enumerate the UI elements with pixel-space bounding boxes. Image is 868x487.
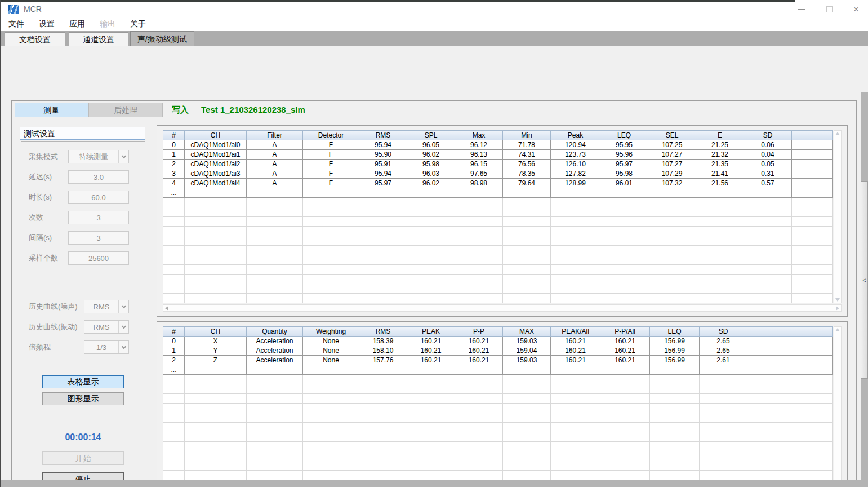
table-cell (303, 255, 359, 265)
field-dropdown[interactable]: RMS (84, 320, 129, 334)
table-cell: 96.05 (407, 140, 455, 150)
table-cell (744, 198, 792, 207)
table-cell (503, 246, 551, 255)
field-label: 采样个数 (29, 253, 68, 263)
table-cell (700, 423, 747, 432)
table-cell (247, 236, 303, 246)
table-cell (792, 217, 833, 227)
column-header: Quantity (247, 327, 303, 337)
field-dropdown[interactable]: 1/3 (84, 340, 129, 354)
measure-mode-button[interactable]: 测量 (15, 103, 88, 117)
table-cell (185, 294, 247, 303)
table-cell (503, 284, 551, 294)
table-row: 3cDAQ1Mod1/ai3AF95.9496.0397.6578.35127.… (163, 169, 833, 179)
sound-table-hscrollbar[interactable] (163, 304, 842, 312)
menu-item-settings[interactable]: 设置 (39, 19, 55, 29)
table-cell (696, 275, 744, 284)
table-cell (551, 451, 600, 461)
table-cell (247, 413, 303, 423)
empty-row (163, 294, 833, 303)
table-cell: 159.03 (503, 337, 551, 346)
table-row: 0XAccelerationNone158.39160.21160.21159.… (163, 337, 833, 346)
tab-channel-settings[interactable]: 通道设置 (69, 32, 128, 46)
table-cell (792, 140, 833, 150)
table-cell (600, 217, 648, 227)
minimize-button[interactable] (789, 0, 814, 18)
table-cell (407, 265, 455, 275)
table-cell: 0.04 (744, 150, 792, 160)
table-cell: 95.98 (600, 169, 648, 179)
table-cell (747, 356, 833, 365)
table-cell (503, 471, 551, 480)
table-cell (747, 423, 833, 432)
field-input[interactable]: 60.0 (68, 191, 129, 204)
table-cell (503, 451, 551, 461)
dropdown-box (118, 321, 128, 333)
table-cell (163, 255, 185, 265)
menu-item-application[interactable]: 应用 (69, 19, 85, 29)
table-cell (455, 255, 503, 265)
menu-item-output[interactable]: 输出 (100, 19, 115, 29)
table-cell: 95.98 (407, 160, 455, 169)
table-cell: 107.27 (648, 160, 696, 169)
field-input[interactable]: 25600 (68, 251, 129, 265)
menu-item-about[interactable]: 关于 (130, 19, 146, 29)
field-dropdown[interactable]: RMS (84, 300, 129, 313)
tab-document-settings[interactable]: 文档设置 (5, 32, 65, 46)
ellipsis-cell: ... (163, 188, 185, 198)
table-cell (163, 294, 185, 303)
table-cell: cDAQ1Mod1/ai1 (185, 150, 247, 160)
table-cell (696, 255, 744, 265)
empty-row (163, 246, 833, 255)
field-input[interactable]: 3.0 (68, 170, 129, 184)
table-cell (303, 394, 359, 404)
table-display-button[interactable]: 表格显示 (42, 375, 124, 388)
maximize-icon (826, 6, 833, 12)
table-cell (648, 188, 696, 198)
table-cell: 79.64 (503, 179, 551, 188)
table-cell (407, 432, 455, 442)
table-cell (455, 236, 503, 246)
field-input[interactable]: 3 (68, 211, 129, 224)
vibration-table-vscrollbar[interactable] (834, 326, 842, 487)
table-cell (455, 432, 503, 442)
postprocess-mode-button[interactable]: 后处理 (88, 103, 163, 117)
tab-sound-vibration-test[interactable]: 声/振动级测试 (130, 31, 194, 46)
table-cell (700, 365, 747, 375)
graph-display-button[interactable]: 图形显示 (42, 392, 124, 405)
table-cell (185, 471, 247, 480)
vibration-table-panel: #CHQuantityWeightingRMSPEAKP-PMAXPEAK/Al… (157, 321, 848, 487)
empty-row (163, 265, 833, 275)
table-cell (407, 188, 455, 198)
table-cell (650, 423, 700, 432)
table-cell (503, 423, 551, 432)
field-input[interactable]: 3 (68, 231, 129, 245)
menu-item-file[interactable]: 文件 (8, 19, 24, 29)
table-cell: 156.99 (650, 337, 700, 346)
table-cell (185, 451, 247, 461)
side-collapse-button[interactable]: < (861, 181, 868, 379)
table-cell (163, 461, 185, 471)
start-button[interactable]: 开始 (42, 451, 124, 465)
table-cell (747, 451, 833, 461)
field-dropdown[interactable]: 持续测量 (68, 150, 129, 163)
table-cell (407, 236, 455, 246)
column-header: PEAK (407, 327, 455, 337)
table-cell (163, 207, 185, 217)
table-cell (185, 265, 247, 275)
table-cell (247, 375, 303, 384)
empty-row (163, 375, 833, 384)
table-cell (455, 207, 503, 217)
table-cell (503, 188, 551, 198)
sound-table-vscrollbar[interactable] (834, 130, 842, 303)
table-cell (303, 188, 359, 198)
table-cell (163, 394, 185, 404)
table-cell (792, 179, 833, 188)
table-cell: 107.27 (648, 150, 696, 160)
table-cell: 96.01 (600, 179, 648, 188)
table-cell: 76.56 (503, 160, 551, 169)
table-cell (696, 217, 744, 227)
maximize-button[interactable] (816, 0, 842, 18)
close-button[interactable]: × (843, 0, 868, 18)
chevron-down-icon (121, 324, 126, 328)
